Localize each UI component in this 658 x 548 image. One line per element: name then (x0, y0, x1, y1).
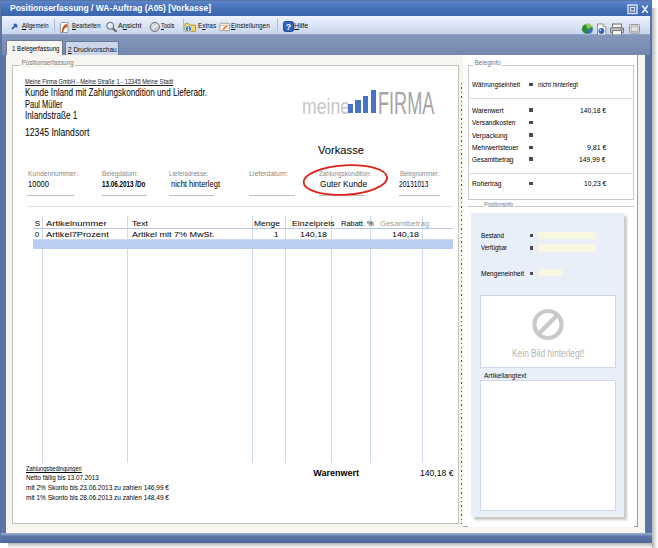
svg-text:?: ? (285, 22, 290, 32)
